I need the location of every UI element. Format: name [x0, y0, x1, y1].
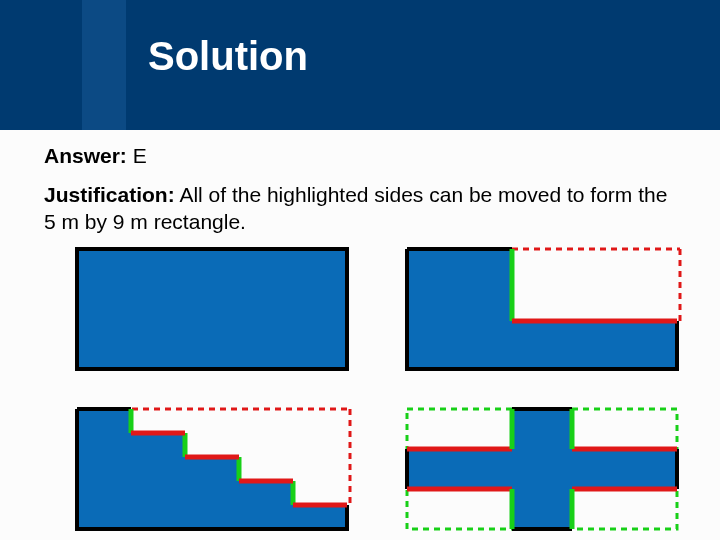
- answer-line: Answer: E: [44, 144, 676, 168]
- slide-title: Solution: [148, 34, 308, 79]
- justification-label: Justification:: [44, 183, 175, 206]
- content-area: Answer: E Justification: All of the high…: [0, 130, 720, 536]
- figure-grid: [74, 246, 706, 536]
- justification-line: Justification: All of the highlighted si…: [44, 182, 676, 236]
- slide-header: Solution: [0, 0, 720, 130]
- figure-l-shape: [404, 246, 684, 374]
- svg-rect-0: [77, 249, 347, 369]
- figure-cross: [404, 406, 684, 534]
- figure-rectangle: [74, 246, 350, 372]
- figure-staircase: [74, 406, 354, 534]
- answer-label: Answer:: [44, 144, 127, 167]
- answer-value: E: [133, 144, 147, 167]
- header-accent: [82, 0, 126, 130]
